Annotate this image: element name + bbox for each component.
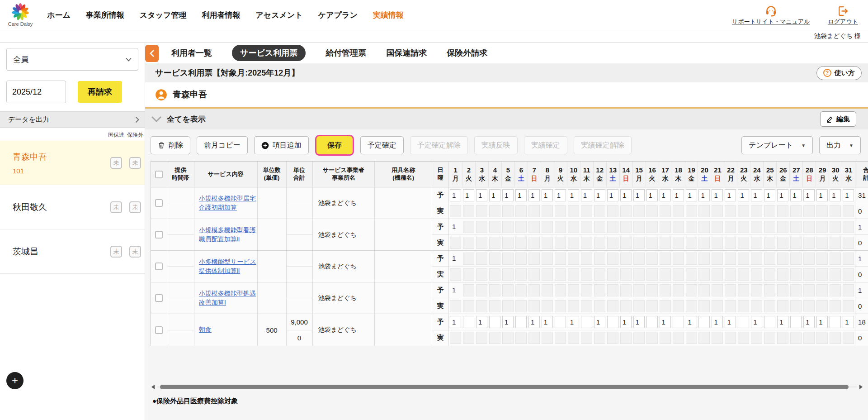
plan-day-cell-13[interactable] [607, 316, 618, 328]
plan-day-cell-10[interactable]: 1 [568, 316, 579, 328]
tab-benefit-mgmt-slip[interactable]: 給付管理票 [326, 48, 366, 58]
nav-item-care-plan[interactable]: ケアプラン [318, 10, 358, 20]
row-checkbox[interactable] [155, 199, 163, 207]
plan-day-cell-2[interactable]: 1 [463, 189, 474, 201]
user-item-2[interactable]: 茨城昌未未 [0, 229, 145, 274]
service-link[interactable]: 小規模多機能型看護 [199, 226, 256, 234]
nav-item-home[interactable]: ホーム [47, 10, 71, 20]
scope-select[interactable]: 全員 [6, 48, 138, 71]
plan-day-cell-24[interactable]: 1 [751, 316, 762, 328]
plan-day-cell-26[interactable]: 1 [777, 316, 788, 328]
plan-day-cell-15[interactable]: 1 [633, 189, 645, 201]
plan-day-cell-8[interactable]: 1 [542, 316, 553, 328]
plan-day-cell-24[interactable]: 1 [751, 189, 762, 201]
plan-day-cell-15[interactable]: 1 [633, 316, 645, 328]
add-user-fab[interactable]: + [6, 372, 24, 389]
delete-button[interactable]: 削除 [151, 136, 190, 154]
plan-day-cell-27[interactable] [790, 316, 802, 328]
plan-day-cell-30[interactable]: 1 [830, 189, 841, 201]
plan-day-cell-5[interactable]: 1 [502, 316, 514, 328]
help-button[interactable]: ? 使い方 [816, 66, 862, 80]
plan-day-cell-3[interactable]: 1 [476, 316, 487, 328]
plan-day-cell-4[interactable]: 1 [489, 189, 500, 201]
plan-day-cell-30[interactable] [830, 316, 841, 328]
plan-day-cell-2[interactable] [463, 316, 474, 328]
show-all-toggle[interactable]: 全てを表示 [167, 114, 206, 124]
plan-day-cell-5[interactable]: 1 [502, 189, 514, 201]
plan-day-cell-1[interactable]: 1 [450, 189, 461, 201]
tab-user-list[interactable]: 利用者一覧 [171, 48, 212, 58]
scroll-right-arrow-icon[interactable] [859, 385, 863, 389]
add-item-button[interactable]: 項目追加 [254, 136, 309, 154]
tab-non-insurance-billing[interactable]: 保険外請求 [447, 48, 487, 58]
nav-item-results-info[interactable]: 実績情報 [373, 10, 404, 20]
plan-day-cell-29[interactable]: 1 [816, 189, 828, 201]
plan-day-cell-28[interactable]: 1 [803, 189, 815, 201]
tab-kokuhoren-billing[interactable]: 国保連請求 [386, 48, 427, 58]
plan-day-cell-12[interactable]: 1 [594, 189, 605, 201]
plan-day-cell-28[interactable]: 1 [803, 316, 815, 328]
plan-day-cell-23[interactable] [738, 316, 749, 328]
row-checkbox[interactable] [155, 262, 163, 270]
plan-day-cell-16[interactable] [646, 316, 658, 328]
nav-item-assessment[interactable]: アセスメント [255, 10, 302, 20]
logout-link[interactable]: ログアウト [828, 5, 858, 26]
plan-day-cell-18[interactable]: 1 [673, 189, 684, 201]
plan-day-cell-17[interactable]: 1 [660, 316, 671, 328]
rebill-button[interactable]: 再請求 [78, 81, 122, 103]
service-link[interactable]: 改善加算Ⅰ [199, 299, 226, 307]
plan-day-cell-29[interactable]: 1 [816, 316, 828, 328]
template-dropdown[interactable]: テンプレート ▼ [741, 136, 813, 154]
user-item-1[interactable]: 秋田敬久未未 [0, 185, 145, 229]
service-link[interactable]: 介護初期加算 [199, 204, 237, 212]
service-link[interactable]: 提供体制加算Ⅱ [199, 267, 240, 275]
plan-day-cell-21[interactable]: 1 [712, 189, 723, 201]
plan-day-cell-20[interactable]: 1 [698, 189, 710, 201]
plan-day-cell-23[interactable]: 1 [738, 189, 749, 201]
select-all-checkbox[interactable] [155, 171, 163, 178]
prev-month-copy-button[interactable]: 前月コピー [197, 136, 248, 154]
save-button[interactable]: 保存 [315, 135, 354, 156]
plan-day-cell-7[interactable]: 1 [528, 316, 540, 328]
plan-day-cell-26[interactable]: 1 [777, 189, 788, 201]
scroll-left-arrow-icon[interactable] [151, 385, 155, 389]
support-manual-link[interactable]: サポートサイト・マニュアル [732, 5, 810, 26]
plan-day-cell-31[interactable]: 1 [843, 316, 854, 328]
service-link[interactable]: 職員配置加算Ⅱ [199, 235, 240, 243]
plan-day-cell-21[interactable]: 1 [712, 316, 723, 328]
tab-service-usage-slip[interactable]: サービス利用票 [232, 45, 306, 61]
plan-day-cell-25[interactable] [764, 316, 775, 328]
service-link[interactable]: 小多機能型サービス [199, 258, 256, 266]
plan-day-cell-20[interactable] [698, 316, 710, 328]
scrollbar-thumb[interactable] [160, 385, 849, 389]
row-checkbox[interactable] [155, 294, 163, 302]
plan-day-cell-6[interactable] [515, 316, 527, 328]
plan-day-cell-31[interactable]: 1 [843, 189, 854, 201]
plan-day-cell-22[interactable]: 1 [725, 189, 736, 201]
plan-day-cell-16[interactable]: 1 [646, 189, 658, 201]
month-input[interactable] [6, 81, 66, 103]
row-checkbox[interactable] [155, 326, 163, 334]
chevron-down-icon[interactable] [151, 116, 161, 122]
plan-day-cell-4[interactable] [489, 316, 500, 328]
plan-day-cell-7[interactable]: 1 [528, 189, 540, 201]
user-item-0[interactable]: 青森申吾101未未 [0, 141, 145, 185]
plan-day-cell-19[interactable]: 1 [686, 189, 697, 201]
plan-day-cell-3[interactable]: 1 [476, 189, 487, 201]
plan-day-cell-14[interactable]: 1 [620, 189, 632, 201]
plan-day-cell-13[interactable]: 1 [607, 189, 618, 201]
plan-day-cell-8[interactable]: 1 [542, 189, 553, 201]
plan-day-cell-25[interactable]: 1 [764, 189, 775, 201]
plan-day-cell-10[interactable]: 1 [568, 189, 579, 201]
plan-day-cell-27[interactable]: 1 [790, 189, 802, 201]
nav-item-user-info[interactable]: 利用者情報 [202, 10, 240, 20]
scrollbar-track[interactable] [157, 385, 857, 389]
nav-item-office-info[interactable]: 事業所情報 [86, 10, 124, 20]
plan-day-cell-11[interactable] [581, 316, 592, 328]
service-link[interactable]: 小規模多機能型処遇 [199, 290, 256, 298]
confirm-plan-button[interactable]: 予定確定 [360, 136, 404, 154]
plan-day-cell-14[interactable]: 1 [620, 316, 632, 328]
output-dropdown[interactable]: 出力 ▼ [819, 136, 861, 154]
plan-day-cell-22[interactable]: 1 [725, 316, 736, 328]
plan-day-cell-6[interactable]: 1 [515, 189, 527, 201]
